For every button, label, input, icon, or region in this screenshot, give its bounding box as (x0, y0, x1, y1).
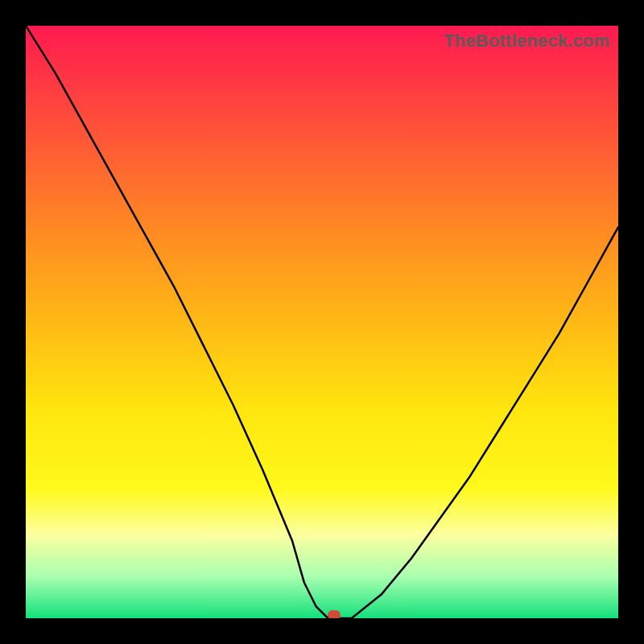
plot-area: TheBottleneck.com (26, 26, 618, 618)
bottleneck-curve (26, 26, 618, 618)
chart-frame: TheBottleneck.com (0, 0, 644, 644)
minimum-marker (328, 610, 341, 618)
